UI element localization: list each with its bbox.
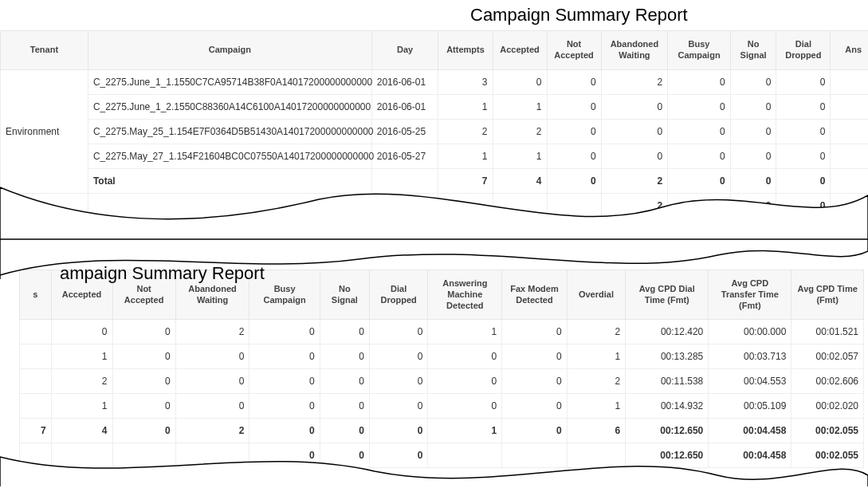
cell-abandoned: 2 [601,69,668,94]
cell-busy: 0 [249,344,320,369]
cell-busy: 0 [249,394,320,419]
cell-not-accepted: 0 [547,119,601,144]
cell-accepted [51,443,112,468]
cell-campaign: C_2275.May_25_1.154E7F0364D5B51430A14017… [88,119,371,144]
cell-fax [502,443,567,468]
cell-busy: 0 [668,94,731,119]
col-not-accepted: Not Accepted [547,31,601,70]
cell-dialdrop: 0 [776,94,831,119]
cell-campaign: C_2275.June_1_1.1550C7CA95714B38F0A14017… [88,69,371,94]
cell-campaign: C_2275.June_1_2.1550C88360A14C6100A14017… [88,94,371,119]
cell-accepted: 1 [51,344,112,369]
cell-fax: 0 [502,419,567,443]
cell-cut [831,168,868,193]
cell-abandoned: 2 [601,193,668,218]
cell-nosig: 0 [320,369,369,394]
col-tenant: Tenant [1,31,88,70]
cell-not-accepted: 0 [547,144,601,168]
cell-abandoned: 0 [601,144,668,168]
col-attempts: Attempts [438,31,493,70]
cell-busy: 0 [249,320,320,344]
cell-s [20,369,52,394]
cell-accepted: 4 [493,168,547,193]
cell-ans-mach [428,443,502,468]
cell-ans-mach: 0 [428,369,502,394]
cell-dialdrop: 0 [369,443,428,468]
cell-not-accepted [112,443,175,468]
cell-nosig: 0 [320,394,369,419]
table-row: C_2275.May_25_1.154E7F0364D5B51430A14017… [1,119,869,144]
table-row: C_2275.May_27_1.154F21604BC0C07550A14017… [1,144,869,168]
cell-s: 7 [20,419,52,443]
table-row: 2 0 0 0 0 0 0 0 2 00:11.538 00:04.553 00… [20,369,864,394]
cell-attempts: 3 [438,69,493,94]
cell-s [20,443,52,468]
cell-day: 2016-05-27 [371,144,438,168]
cell-transfer: 00:05.109 [709,394,791,419]
table-total-row: Total 7 4 0 2 0 0 0 [1,168,869,193]
cell-ans-mach: 0 [428,394,502,419]
cell-cpd: 00:02.055 [791,443,864,468]
cell-nosig: 0 [320,344,369,369]
cell-dial-time: 00:12.420 [626,320,709,344]
cell-cpd: 00:02.606 [791,369,864,394]
col-day: Day [371,31,438,70]
cell-cpd: 00:02.057 [791,344,864,369]
cell [88,193,371,218]
cell-nosig: 0 [730,69,776,94]
cell-dialdrop: 0 [776,168,831,193]
table-header-row: Tenant Campaign Day Attempts Accepted No… [1,31,869,70]
table-extra-row: 2 0 0 0 [1,193,869,218]
cell-busy: 0 [668,119,731,144]
cell [1,193,88,218]
table-row: 1 0 0 0 0 0 0 0 1 00:13.285 00:03.713 00… [20,344,864,369]
cell-day: 2016-06-01 [371,94,438,119]
report-panel-bottom: ampaign Summary Report s Accepted Not Ac… [0,239,868,486]
cell-dialdrop: 0 [776,119,831,144]
cell-accepted: 0 [493,69,547,94]
cell-abandoned: 0 [175,344,249,369]
cell-ans-mach: 0 [428,344,502,369]
cell-busy: 0 [249,369,320,394]
cell-nosig: 0 [320,443,369,468]
cell-abandoned: 0 [175,369,249,394]
table-row: 1 0 0 0 0 0 0 0 1 00:14.932 00:05.109 00… [20,394,864,419]
cell-busy: 0 [249,419,320,443]
cell-day: 2016-06-01 [371,69,438,94]
cell-cpd: 00:02.055 [791,419,864,443]
cell-cpd: 00:02.020 [791,394,864,419]
cell-s [20,344,52,369]
table-extra-row: 0 0 0 00:12.650 00:04.458 00:02.055 [20,443,864,468]
cell-transfer: 00:04.458 [709,419,791,443]
cell-dial-time: 00:13.285 [626,344,709,369]
table-row: 0 0 2 0 0 0 1 0 2 00:12.420 00:00.000 00… [20,320,864,344]
cell-abandoned: 0 [601,94,668,119]
cell-not-accepted: 0 [112,344,175,369]
cell-dial-time: 00:12.650 [626,443,709,468]
cell-busy: 0 [668,193,731,218]
cell-accepted: 2 [493,119,547,144]
cell-campaign: C_2275.May_27_1.154F21604BC0C07550A14017… [88,144,371,168]
cell-day: 2016-05-25 [371,119,438,144]
col-dial-dropped: Dial Dropped [776,31,831,70]
cell-fax: 0 [502,394,567,419]
cell-abandoned: 0 [601,119,668,144]
cell-s [20,320,52,344]
cell-overdial: 6 [567,419,626,443]
cell-attempts: 7 [438,168,493,193]
cell-transfer: 00:03.713 [709,344,791,369]
cell [547,193,601,218]
cell-transfer: 00:00.000 [709,320,791,344]
cell-overdial: 2 [567,369,626,394]
cell-accepted: 4 [51,419,112,443]
cell-dialdrop: 0 [369,369,428,394]
col-no-signal: No Signal [730,31,776,70]
cell-busy: 0 [668,69,731,94]
cell-not-accepted: 0 [112,369,175,394]
cell-ans-mach: 1 [428,419,502,443]
cell-nosig: 0 [730,94,776,119]
cell-nosig: 0 [320,320,369,344]
cell-not-accepted: 0 [547,94,601,119]
cell-nosig: 0 [730,168,776,193]
cell-nosig: 0 [730,119,776,144]
